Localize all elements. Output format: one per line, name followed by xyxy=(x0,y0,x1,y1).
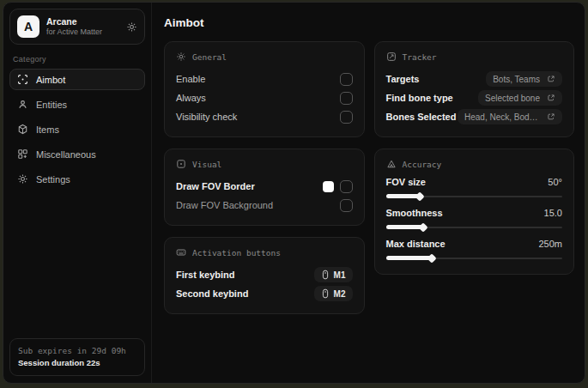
sub-expires-text: Sub expires in 29d 09h xyxy=(18,345,136,357)
slider-value: 250m xyxy=(538,239,562,249)
page-title: Aimbot xyxy=(164,16,574,29)
sidebar-item-items[interactable]: Items xyxy=(9,118,145,140)
slider-value: 50° xyxy=(548,177,562,187)
sidebar-item-label: Aimbot xyxy=(36,75,65,85)
fov-background-checkbox[interactable] xyxy=(340,199,353,212)
cube-icon xyxy=(17,124,28,135)
mouse-icon xyxy=(321,288,330,299)
select-value: Selected bone xyxy=(485,94,540,103)
card-title: Activation buttons xyxy=(192,248,281,258)
slider-smoothness: Smoothness 15.0 xyxy=(386,208,563,231)
select-value: Bots, Teams xyxy=(493,75,540,84)
category-label: Category xyxy=(13,55,142,64)
select-value: Head, Neck, Body, Pe… xyxy=(464,112,540,122)
sidebar-item-label: Items xyxy=(36,124,59,135)
first-keybind-button[interactable]: M1 xyxy=(314,267,353,282)
sidebar-item-label: Settings xyxy=(36,174,70,185)
setting-row-fov-border: Draw FOV Border xyxy=(176,177,353,196)
setting-row-always: Always xyxy=(176,88,353,107)
slider-thumb[interactable] xyxy=(418,222,427,232)
app-tagline: for Active Matter xyxy=(46,27,119,37)
triangle-ruler-icon xyxy=(386,159,397,169)
visual-card: Visual Draw FOV Border Draw FOV Backgrou… xyxy=(164,149,365,226)
setting-row-first-keybind: First keybind M1 xyxy=(176,265,353,284)
general-card: General Enable Always Visibility check xyxy=(164,41,365,137)
sidebar-nav: Aimbot Entities Items xyxy=(9,69,145,190)
tracker-icon xyxy=(386,52,397,62)
expand-icon xyxy=(547,94,555,102)
card-title: Accuracy xyxy=(403,160,442,169)
expand-icon xyxy=(547,75,555,83)
fov-border-color-swatch[interactable] xyxy=(323,181,334,192)
slider-thumb[interactable] xyxy=(415,191,424,201)
gear-icon xyxy=(176,52,186,62)
brand-card: A Arcane for Active Matter xyxy=(9,9,145,45)
card-title: Tracker xyxy=(403,52,437,62)
find-bone-type-select[interactable]: Selected bone xyxy=(478,90,562,106)
sidebar-item-settings[interactable]: Settings xyxy=(9,168,145,190)
card-title: General xyxy=(192,52,227,62)
enable-checkbox[interactable] xyxy=(340,73,353,86)
max-distance-slider[interactable] xyxy=(386,254,563,262)
frame-icon xyxy=(176,159,186,169)
keybind-value: M1 xyxy=(334,270,346,280)
sidebar-item-entities[interactable]: Entities xyxy=(9,94,145,115)
activation-card: Activation buttons First keybind M1 xyxy=(164,237,365,314)
main-content: Aimbot General Enable xyxy=(152,3,585,383)
cheat-menu-window: A Arcane for Active Matter Category xyxy=(3,2,585,384)
person-scan-icon xyxy=(17,99,28,110)
setting-row-targets: Targets Bots, Teams xyxy=(386,70,563,88)
subscription-card: Sub expires in 29d 09h Session duration … xyxy=(9,338,145,377)
second-keybind-button[interactable]: M2 xyxy=(314,286,353,301)
setting-row-bones-selected: Bones Selected Head, Neck, Body, Pe… xyxy=(386,107,563,126)
gear-icon xyxy=(17,173,28,185)
keybind-value: M2 xyxy=(334,289,346,299)
app-logo: A xyxy=(17,15,39,38)
setting-row-enable: Enable xyxy=(176,70,353,88)
targets-select[interactable]: Bots, Teams xyxy=(486,71,562,87)
sidebar: A Arcane for Active Matter Category xyxy=(3,3,152,383)
app-name: Arcane xyxy=(46,16,119,27)
sidebar-item-label: Miscellaneous xyxy=(36,149,96,160)
session-duration-text: Session duration 22s xyxy=(18,357,136,369)
mouse-icon xyxy=(321,270,330,280)
setting-row-visibility-check: Visibility check xyxy=(176,107,353,126)
always-checkbox[interactable] xyxy=(340,92,353,105)
bones-selected-select[interactable]: Head, Neck, Body, Pe… xyxy=(458,109,562,124)
sidebar-item-label: Entities xyxy=(36,100,67,110)
grid-icon xyxy=(17,149,28,160)
sidebar-item-miscellaneous[interactable]: Miscellaneous xyxy=(9,143,145,165)
accuracy-card: Accuracy FOV size 50° xyxy=(374,149,575,275)
sidebar-item-aimbot[interactable]: Aimbot xyxy=(9,69,145,90)
settings-gear-icon[interactable] xyxy=(126,21,137,33)
keyboard-icon xyxy=(176,247,186,258)
card-title: Visual xyxy=(192,160,221,169)
fov-size-slider[interactable] xyxy=(386,192,563,200)
slider-thumb[interactable] xyxy=(427,253,436,263)
setting-row-fov-background: Draw FOV Background xyxy=(176,196,353,215)
slider-max-distance: Max distance 250m xyxy=(386,239,563,262)
slider-fov-size: FOV size 50° xyxy=(386,177,563,200)
fov-border-checkbox[interactable] xyxy=(340,180,353,193)
expand-icon xyxy=(547,112,555,121)
setting-row-second-keybind: Second keybind M2 xyxy=(176,284,353,303)
tracker-card: Tracker Targets Bots, Teams xyxy=(374,41,575,137)
smoothness-slider[interactable] xyxy=(386,223,563,231)
crosshair-icon xyxy=(17,74,28,85)
setting-row-find-bone-type: Find bone type Selected bone xyxy=(386,88,563,107)
slider-value: 15.0 xyxy=(544,208,562,218)
visibility-check-checkbox[interactable] xyxy=(340,111,353,124)
